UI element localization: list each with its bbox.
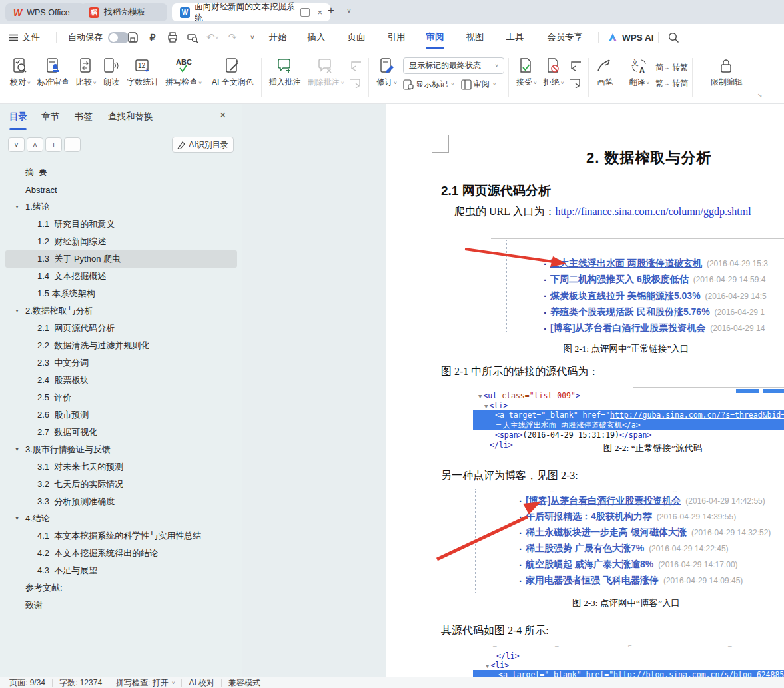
toc-item[interactable]: 2.1 网页源代码分析 [5, 320, 237, 337]
toc-item[interactable]: 1.2 财经新闻综述 [5, 233, 237, 250]
toc-item[interactable]: 2.6 股市预测 [5, 406, 237, 424]
print-preview-icon[interactable] [184, 29, 201, 46]
previous-change-icon[interactable] [569, 60, 582, 71]
sidebar-tab-chapters[interactable]: 章节 [41, 104, 59, 129]
previous-comment-icon[interactable] [349, 60, 362, 71]
toc-item[interactable]: 3.3 分析预测准确度 [5, 493, 237, 510]
proofread-button[interactable]: 校对˅ [7, 51, 34, 88]
tab-insert[interactable]: 插入 [300, 24, 333, 51]
close-sidebar-icon[interactable]: × [220, 109, 226, 121]
redo-icon[interactable]: ↷ [224, 29, 241, 46]
ai-recognize-toc-button[interactable]: AI识别目录 [172, 137, 234, 153]
compare-button[interactable]: 比较˅ [73, 51, 100, 88]
save-icon[interactable] [124, 29, 141, 46]
tab-wps-home[interactable]: W WPS Office [5, 3, 85, 21]
toc-item[interactable]: 2.数据榨取与分析 [5, 302, 237, 320]
reject-change-button[interactable]: 拒绝˅ [540, 51, 568, 88]
close-tab-icon[interactable]: × [317, 7, 322, 17]
expand-all-button[interactable]: ˄ [27, 137, 43, 152]
insert-comment-button[interactable]: 插入批注 [266, 51, 304, 88]
toc-item[interactable]: 参考文献: [5, 579, 237, 597]
tab-member[interactable]: 会员专享 [538, 24, 591, 51]
review-pane-button[interactable]: 审阅˅ [461, 79, 496, 90]
sidebar-tab-find-replace[interactable]: 查找和替换 [108, 104, 153, 129]
delete-comment-button[interactable]: 删除批注˅ [304, 51, 348, 88]
toc-item[interactable]: 4.2 本文本挖掘系统得出的结论 [5, 545, 237, 562]
document-scroll-area[interactable]: 2. 数据榨取与分析 2.1 网页源代码分析 爬虫的 URL 入口为：http:… [242, 104, 784, 677]
search-icon[interactable] [665, 29, 682, 46]
toc-item[interactable]: 1.3 关于 Python 爬虫 [5, 250, 237, 268]
toc-item[interactable]: 1.1 研究目的和意义 [5, 216, 237, 233]
to-traditional-button[interactable]: 简→ 转繁 [655, 59, 688, 75]
sidebar-tab-toc[interactable]: 目录 [9, 104, 27, 129]
toc-item[interactable]: 2.5 评价 [5, 389, 237, 406]
tab-list-dropdown-icon[interactable]: ˅ [347, 7, 351, 15]
show-markup-button[interactable]: 显示标记˅ [403, 79, 454, 90]
pen-button[interactable]: 画笔 [593, 51, 617, 88]
export-pdf-icon[interactable]: ₽ [144, 29, 161, 46]
toc-item[interactable]: 2.3 中文分词 [5, 354, 237, 372]
detach-window-icon[interactable] [300, 8, 310, 17]
toc-item[interactable]: 3.1 对未来七天的预测 [5, 458, 237, 476]
quick-access-dropdown-icon[interactable]: ˅ [244, 29, 261, 46]
autosave-control[interactable]: 自动保存 [68, 24, 129, 51]
status-word-count[interactable]: 字数: 12374 [59, 677, 102, 688]
status-page-indicator[interactable]: 页面: 9/34 [9, 677, 45, 688]
tab-view[interactable]: 视图 [458, 24, 492, 51]
tab-page[interactable]: 页面 [340, 24, 373, 51]
accept-change-button[interactable]: 接受˅ [513, 51, 540, 88]
ai-polish-button[interactable]: AI 全文润色 [205, 51, 257, 88]
wps-ai-button[interactable]: WPS AI [607, 24, 654, 51]
toc-item[interactable]: 4.结论 [5, 510, 237, 527]
zoom-out-outline-button[interactable]: − [64, 137, 81, 152]
toc-item[interactable]: 2.4 股票板块 [5, 372, 237, 389]
print-icon[interactable] [164, 29, 181, 46]
translate-button[interactable]: 文A 翻译˅ [625, 51, 653, 88]
collapse-all-button[interactable]: ˅ [8, 137, 25, 152]
next-comment-icon[interactable] [349, 77, 362, 88]
toc-item[interactable]: 3.股市行情验证与反馈 [5, 441, 237, 458]
to-simplified-button[interactable]: 繁→ 转简 [655, 75, 688, 91]
toc-item[interactable]: 2.2 数据清洗与过滤并规则化 [5, 337, 237, 354]
markup-state-select[interactable]: 显示标记的最终状态 ˅ [403, 57, 504, 74]
new-tab-button[interactable]: + [328, 4, 334, 17]
toc-item[interactable]: 摘 要 [5, 164, 237, 181]
toc-item[interactable]: 1.4 文本挖掘概述 [5, 268, 237, 285]
toc-item[interactable]: 4.3 不足与展望 [5, 562, 237, 579]
toc-item[interactable]: 3.2 七天后的实际情况 [5, 476, 237, 493]
track-changes-button[interactable]: 修订˅ [373, 51, 400, 88]
file-menu[interactable]: 文件 [9, 24, 40, 51]
document-page[interactable]: 2. 数据榨取与分析 2.1 网页源代码分析 爬虫的 URL 入口为：http:… [386, 104, 784, 677]
toc-item-label: 参考文献: [25, 582, 63, 594]
undo-icon[interactable]: ↶˅ [204, 29, 221, 46]
ai-polish-icon [224, 57, 241, 75]
toc-item[interactable]: 4.1 本文本挖掘系统的科学性与实用性总结 [5, 527, 237, 545]
doc-hyperlink[interactable]: http://finance.sina.com.cn/column/ggdp.s… [555, 206, 751, 217]
toc-item-label: 4.2 本文本挖掘系统得出的结论 [37, 547, 158, 559]
toc-item[interactable]: 1.5 本系统架构 [5, 285, 237, 302]
tab-document[interactable]: W 面向财经新闻的文本挖掘系统 × [172, 3, 330, 21]
svg-text:A: A [639, 66, 645, 74]
word-count-button[interactable]: 12+ 字数统计 [123, 51, 162, 88]
next-change-icon[interactable] [569, 77, 582, 88]
toc-item[interactable]: 2.7 数据可视化 [5, 424, 237, 441]
spell-check-button[interactable]: ABC 拼写检查˅ [162, 51, 205, 88]
toc-item[interactable]: Abstract [5, 181, 237, 198]
tab-reference[interactable]: 引用 [380, 24, 413, 51]
tab-home[interactable]: 开始 [261, 24, 294, 51]
restrict-edit-button[interactable]: 限制编辑 [697, 51, 757, 88]
status-spell-check[interactable]: 拼写检查: 打开˅ [116, 677, 175, 688]
tab-docer[interactable]: 稻 找稻壳模板 [81, 3, 167, 21]
tab-tools[interactable]: 工具 [498, 24, 532, 51]
read-aloud-button[interactable]: 朗读 [99, 51, 123, 88]
dialog-launcher-icon[interactable]: ↘ [757, 92, 763, 99]
status-ai-proofread[interactable]: AI 校对 [189, 677, 214, 688]
doc-paragraph-2: 图 2-1 中所示的链接的源代码为： [441, 365, 599, 379]
sidebar-tab-bookmarks[interactable]: 书签 [75, 104, 93, 129]
tab-review[interactable]: 审阅 [418, 24, 452, 51]
toc-item[interactable]: 致谢 [5, 597, 237, 614]
standard-review-button[interactable]: 标准审查 [34, 51, 73, 88]
toc-item[interactable]: 1.绪论 [5, 198, 237, 216]
zoom-in-outline-button[interactable]: + [45, 137, 62, 152]
status-compatibility-mode[interactable]: 兼容模式 [228, 677, 260, 688]
